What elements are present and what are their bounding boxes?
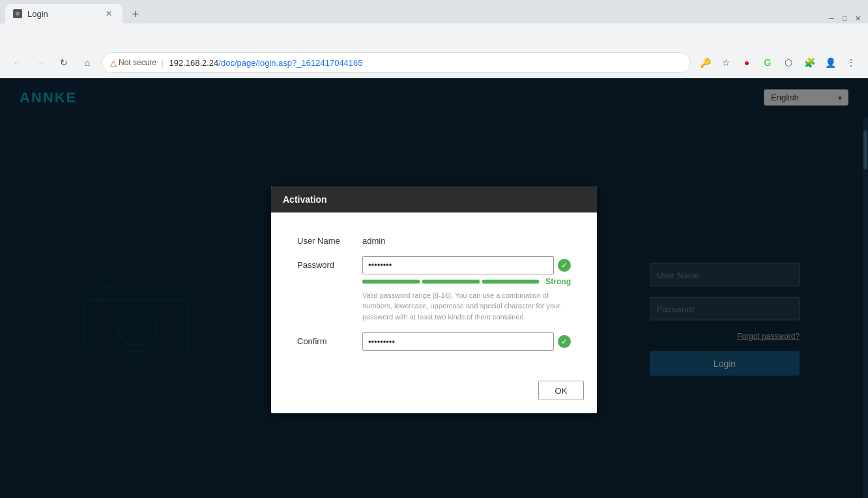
password-strength-wrap: ✓ Strong Valid password range [8-16]. Yo…: [362, 256, 571, 323]
title-bar: Login ✕ + ─ □ ✕: [0, 0, 868, 23]
dialog-header: Activation: [271, 186, 597, 212]
bookmark-icon[interactable]: ☆: [717, 53, 735, 72]
dialog-overlay: Activation User Name admin Password: [0, 78, 868, 498]
password-hint: Valid password range [8-16]. You can use…: [362, 290, 571, 323]
minimize-button[interactable]: ─: [826, 13, 837, 23]
tab-title: Login: [27, 9, 98, 19]
maximize-button[interactable]: □: [839, 13, 850, 23]
forward-button[interactable]: →: [31, 53, 50, 72]
svg-point-1: [16, 12, 20, 16]
strength-label: Strong: [545, 277, 571, 286]
extension3-icon[interactable]: ⬡: [779, 53, 798, 72]
url-host: 192.168.2.24: [169, 58, 218, 68]
confirm-input-wrap: ✓: [362, 332, 571, 351]
confirm-label: Confirm: [297, 332, 362, 346]
url-path: /doc/page/login.asp?_1612417044165: [218, 58, 362, 68]
password-label: Password: [297, 256, 362, 270]
url-bar[interactable]: △ Not secure | 192.168.2.24/doc/page/log…: [102, 52, 691, 73]
ok-button[interactable]: OK: [538, 381, 584, 400]
window-controls: ─ □ ✕: [826, 13, 863, 23]
not-secure-indicator: △ Not secure: [110, 58, 156, 68]
refresh-button[interactable]: ↻: [55, 53, 73, 72]
page-content: ANNKE English Chinese French German Span…: [0, 78, 868, 498]
dialog-body: User Name admin Password ✓: [271, 212, 597, 375]
toolbar-icons: 🔑 ☆ ● G ⬡ 🧩 👤 ⋮: [696, 53, 860, 72]
dialog-password-input[interactable]: [362, 256, 554, 274]
extension4-icon[interactable]: 🧩: [800, 53, 818, 72]
browser-chrome: Login ✕ + ─ □ ✕ ← → ↻ ⌂ △ Not secure | 1…: [0, 0, 868, 78]
key-icon[interactable]: 🔑: [696, 53, 714, 72]
close-button[interactable]: ✕: [852, 13, 863, 23]
not-secure-label: Not secure: [119, 58, 156, 67]
strength-bar: Strong: [362, 277, 571, 286]
menu-icon[interactable]: ⋮: [842, 53, 860, 72]
strength-seg-1: [362, 280, 420, 284]
tab-bar: Login ✕ + ─ □ ✕: [0, 0, 868, 23]
warning-icon: △: [110, 58, 117, 68]
password-row: Password ✓ Strong: [297, 256, 571, 323]
username-row: User Name admin: [297, 232, 571, 246]
strength-seg-3: [482, 280, 540, 284]
username-value: admin: [362, 232, 385, 246]
back-button[interactable]: ←: [8, 53, 26, 72]
home-button[interactable]: ⌂: [78, 53, 96, 72]
profile-icon[interactable]: 👤: [821, 53, 839, 72]
active-tab[interactable]: Login ✕: [5, 4, 123, 23]
tab-close-button[interactable]: ✕: [103, 8, 115, 20]
password-check-icon: ✓: [558, 259, 571, 272]
extension1-icon[interactable]: ●: [738, 53, 756, 72]
url-separator: |: [162, 58, 164, 68]
extension2-icon[interactable]: G: [759, 53, 777, 72]
username-label: User Name: [297, 232, 362, 246]
dialog-confirm-input[interactable]: [362, 332, 554, 351]
confirm-check-icon: ✓: [558, 335, 571, 348]
url-text: 192.168.2.24/doc/page/login.asp?_1612417…: [169, 58, 362, 68]
new-tab-button[interactable]: +: [126, 5, 145, 23]
tab-favicon: [13, 9, 22, 18]
dialog-title: Activation: [283, 194, 327, 205]
strength-seg-2: [422, 280, 480, 284]
password-input-wrap: ✓ Strong Valid password range [8-16]. Yo…: [362, 256, 571, 323]
address-bar: ← → ↻ ⌂ △ Not secure | 192.168.2.24/doc/…: [0, 47, 868, 78]
confirm-row: Confirm ✓: [297, 332, 571, 351]
dialog-footer: OK: [271, 374, 597, 413]
activation-dialog: Activation User Name admin Password: [271, 186, 597, 414]
